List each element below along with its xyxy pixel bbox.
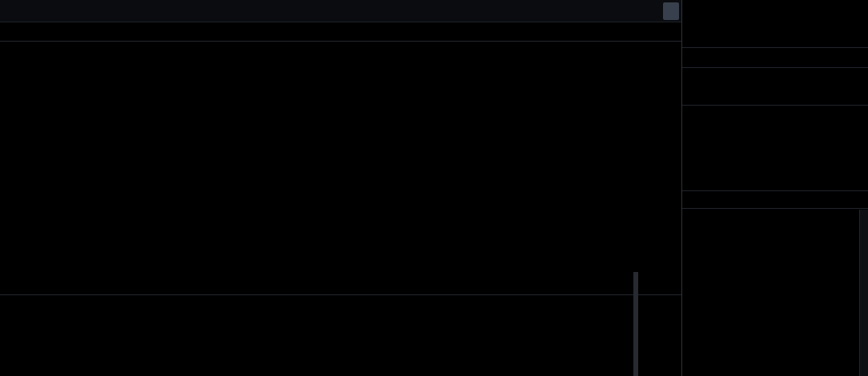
kdj-indicator-chart[interactable] <box>0 295 681 376</box>
kdj-header <box>5 297 30 308</box>
tape-header <box>682 192 868 209</box>
main-candlestick-chart[interactable] <box>0 42 681 294</box>
remove-watchlist-button[interactable] <box>682 47 868 68</box>
scroll-up-icon[interactable] <box>860 210 868 221</box>
timeframe-toolbar <box>0 0 681 22</box>
tape-scrollbar[interactable] <box>859 210 868 376</box>
chart-header <box>0 22 681 42</box>
panel-splitter[interactable] <box>633 272 638 376</box>
trading-app-window <box>0 0 868 376</box>
divider <box>682 190 868 191</box>
toolbar-expand-button[interactable] <box>663 2 679 20</box>
divider <box>682 105 868 106</box>
kdj-panel <box>0 294 681 376</box>
quote-sidebar <box>681 0 868 376</box>
